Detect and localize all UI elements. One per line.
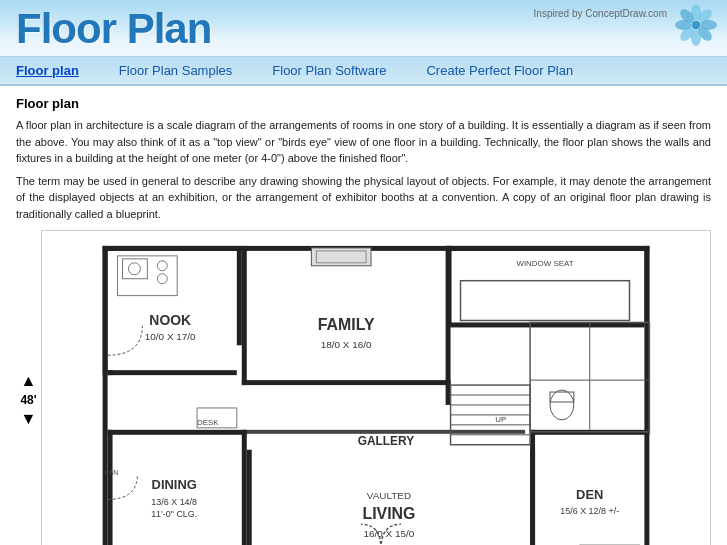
svg-rect-45 — [242, 430, 247, 545]
svg-rect-17 — [108, 370, 237, 375]
svg-text:VAULTED: VAULTED — [367, 490, 411, 501]
main-content: Floor plan A floor plan in architecture … — [0, 86, 727, 545]
svg-rect-38 — [247, 450, 252, 545]
svg-rect-44 — [108, 430, 247, 435]
svg-text:18/0 X 16/0: 18/0 X 16/0 — [321, 339, 372, 350]
svg-text:DINING: DINING — [152, 477, 197, 492]
floorplan-container: ▲ 48' ▼ — [16, 230, 711, 545]
nav-samples[interactable]: Floor Plan Samples — [119, 63, 232, 78]
nav-software[interactable]: Floor Plan Software — [272, 63, 386, 78]
svg-text:GALLERY: GALLERY — [358, 434, 415, 448]
svg-rect-26 — [447, 246, 645, 251]
paragraph-2: The term may be used in general to descr… — [16, 173, 711, 223]
paragraph-1: A floor plan in architecture is a scale … — [16, 117, 711, 167]
svg-rect-28 — [644, 246, 649, 326]
svg-text:13/6 X 14/8: 13/6 X 14/8 — [151, 497, 197, 507]
navigation: Floor plan Floor Plan Samples Floor Plan… — [0, 57, 727, 86]
svg-text:10/0 X 17/0: 10/0 X 17/0 — [145, 331, 196, 342]
inspired-text: Inspired by ConceptDraw.com — [534, 8, 667, 19]
header: Floor Plan Inspired by ConceptDraw.com — [0, 0, 727, 57]
nav-floor-plan[interactable]: Floor plan — [16, 63, 79, 78]
nav-create[interactable]: Create Perfect Floor Plan — [426, 63, 573, 78]
left-dimension: 48' — [20, 393, 36, 407]
svg-text:FAMILY: FAMILY — [318, 316, 375, 333]
svg-text:DESK: DESK — [197, 418, 219, 427]
svg-rect-18 — [108, 370, 113, 375]
svg-rect-15 — [108, 246, 237, 251]
svg-rect-16 — [237, 246, 242, 345]
svg-rect-43 — [108, 430, 113, 545]
floorplan-drawing: NOOK 10/0 X 17/0 FAMILY 18/0 X 16/0 WIND… — [41, 230, 711, 545]
section-title: Floor plan — [16, 96, 711, 111]
svg-text:15/6 X 12/8 +/-: 15/6 X 12/8 +/- — [560, 506, 619, 516]
logo-flower-icon — [675, 4, 717, 46]
svg-text:16/0 X 15/0: 16/0 X 15/0 — [364, 528, 415, 539]
svg-text:UP: UP — [495, 415, 506, 424]
svg-point-8 — [692, 21, 700, 29]
svg-text:11'-0" CLG.: 11'-0" CLG. — [151, 509, 197, 519]
floorplan-wrapper: NOOK 10/0 X 17/0 FAMILY 18/0 X 16/0 WIND… — [41, 230, 711, 545]
svg-text:NOOK: NOOK — [149, 312, 191, 328]
svg-text:DEN: DEN — [576, 487, 603, 502]
svg-text:LIVING: LIVING — [362, 505, 415, 522]
svg-rect-21 — [242, 246, 247, 385]
measure-left: ▲ 48' ▼ — [16, 230, 41, 545]
svg-text:PAN: PAN — [105, 469, 119, 476]
svg-rect-14 — [103, 246, 108, 375]
svg-rect-27 — [447, 246, 452, 326]
svg-text:WINDOW SEAT: WINDOW SEAT — [516, 259, 573, 268]
svg-rect-22 — [242, 380, 451, 385]
arrow-down-icon: ▼ — [21, 411, 37, 427]
svg-rect-39 — [530, 450, 535, 545]
arrow-up-icon: ▲ — [21, 373, 37, 389]
